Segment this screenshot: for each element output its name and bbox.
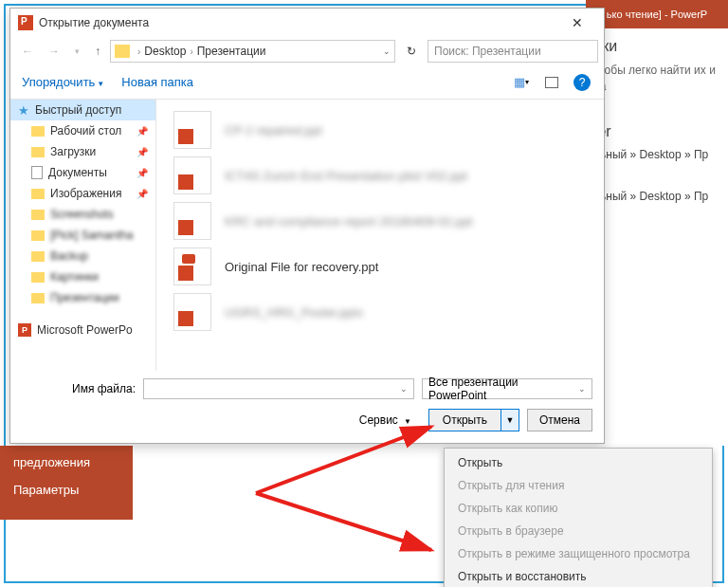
sidebar-item-label: Microsoft PowerPo (37, 323, 133, 337)
search-placeholder: Поиск: Презентации (434, 45, 541, 58)
bg-titlebar: ько чтение] - PowerP (586, 0, 728, 28)
menu-item: Открыть для чтения (445, 474, 712, 497)
powerpoint-icon: P (18, 323, 31, 337)
file-thumb-icon (173, 111, 211, 149)
organize-label: Упорядочить (22, 75, 95, 89)
chevron-down-icon[interactable]: ⌄ (400, 384, 408, 394)
open-dropdown-arrow[interactable]: ▼ (501, 410, 519, 431)
dialog-titlebar: Открытие документа ✕ (10, 9, 604, 37)
sidebar-item[interactable]: [Pick] Samantha (10, 225, 155, 246)
open-file-dialog: Открытие документа ✕ ← → ▾ ↑ › Desktop ›… (9, 8, 605, 444)
organize-button[interactable]: Упорядочить▼ (22, 75, 104, 89)
new-folder-button[interactable]: Новая папка (121, 75, 193, 89)
view-options-button[interactable]: ▦▾ (511, 72, 532, 93)
sidebar-item-label: Screenshots (50, 208, 114, 221)
search-input[interactable]: Поиск: Презентации (428, 40, 598, 63)
open-button[interactable]: Открыть (429, 410, 501, 431)
preview-pane-button[interactable] (541, 72, 562, 93)
open-options-menu: ОткрытьОткрыть для чтенияОткрыть как коп… (444, 448, 713, 587)
nav-history-icon[interactable]: ▾ (69, 46, 85, 56)
nav-forward-icon[interactable]: → (43, 45, 65, 58)
nav-sidebar: ★Быстрый доступРабочий стол📌Загрузки📌Док… (10, 100, 156, 371)
file-name: UGRS_HRG_Poster.pptx (225, 305, 363, 320)
sidebar-item-label: [Pick] Samantha (50, 229, 133, 242)
bg-nav-item[interactable]: Параметры (13, 483, 119, 497)
file-item[interactable]: ICT4S Zurich End Presentation pilot V02.… (156, 153, 604, 198)
nav-up-icon[interactable]: ↑ (89, 45, 106, 58)
tools-button[interactable]: Сервис▼ (359, 413, 411, 427)
dialog-footer: Имя файла: ⌄ Все презентации PowerPoint … (10, 371, 604, 443)
chevron-right-icon: › (186, 46, 196, 57)
cancel-button[interactable]: Отмена (527, 409, 592, 431)
bg-heading: ter (593, 123, 720, 140)
pin-icon: 📌 (136, 126, 148, 137)
sidebar-item[interactable]: Изображения📌 (10, 183, 155, 204)
sidebar-item-label: Рабочий стол (50, 124, 121, 138)
folder-icon (31, 126, 45, 137)
sidebar-item[interactable]: Картинки (10, 266, 155, 287)
breadcrumb[interactable]: › Desktop › Презентации ⌄ (110, 40, 395, 63)
sidebar-item-label: Backup (50, 249, 88, 263)
star-icon: ★ (18, 103, 29, 118)
refresh-icon[interactable]: ↻ (399, 45, 424, 58)
filename-label: Имя файла: (22, 382, 136, 395)
file-thumb-icon (173, 293, 211, 331)
sidebar-item[interactable]: ★Быстрый доступ (10, 100, 155, 120)
menu-item[interactable]: Открыть (445, 451, 712, 474)
pin-icon: 📌 (136, 189, 148, 199)
file-item[interactable]: KRC and compliance report 20180409-02.pp… (156, 198, 604, 244)
file-name: CP-2 repaired.ppt (225, 123, 322, 138)
bg-path: льный » Desktop » Пр (593, 148, 720, 161)
menu-item[interactable]: Открыть и восстановить (445, 565, 712, 587)
powerpoint-icon (18, 15, 33, 30)
folder-icon (31, 293, 45, 303)
menu-item: Открыть в режиме защищенного просмотра (445, 542, 712, 565)
help-button[interactable]: ? (572, 72, 592, 93)
sidebar-item[interactable]: PMicrosoft PowerPo (10, 320, 155, 340)
file-name: KRC and compliance report 20180409-02.pp… (225, 214, 473, 229)
sidebar-item[interactable]: Презентации (10, 287, 155, 308)
document-icon (31, 166, 43, 179)
breadcrumb-item[interactable]: Desktop (144, 45, 186, 58)
sidebar-item-label: Быстрый доступ (35, 103, 121, 117)
filetype-filter[interactable]: Все презентации PowerPoint ⌄ (422, 378, 592, 399)
folder-icon (31, 210, 45, 220)
filename-input[interactable]: ⌄ (143, 378, 414, 399)
sidebar-item[interactable]: Рабочий стол📌 (10, 120, 155, 141)
file-item[interactable]: CP-2 repaired.ppt (156, 107, 604, 153)
sidebar-item[interactable]: Документы📌 (10, 162, 155, 183)
file-item[interactable]: UGRS_HRG_Poster.pptx (156, 289, 604, 335)
sidebar-item-label: Изображения (50, 187, 121, 200)
view-icon: ▦ (514, 75, 525, 89)
filter-label: Все презентации PowerPoint (428, 376, 578, 402)
bg-path: льный » Desktop » Пр (593, 190, 720, 203)
dialog-title: Открытие документа (39, 16, 558, 29)
menu-item: Открыть как копию (445, 497, 712, 520)
nav-back-icon[interactable]: ← (16, 45, 39, 58)
bg-nav-item[interactable]: предложения (13, 455, 119, 469)
pin-icon: 📌 (136, 147, 148, 157)
folder-icon (31, 189, 45, 199)
help-icon: ? (573, 74, 591, 91)
chevron-down-icon: ⌄ (578, 384, 586, 394)
file-item[interactable]: Original File for recovery.ppt (156, 244, 604, 289)
file-thumb-icon (173, 202, 211, 240)
pane-icon (545, 77, 558, 88)
bg-desc: чтобы легко найти их и на (593, 63, 720, 95)
bg-backstage-panel: лки чтобы легко найти их и на ter льный … (586, 28, 728, 446)
file-thumb-icon (173, 156, 211, 194)
sidebar-item-label: Картинки (50, 270, 99, 284)
sidebar-item[interactable]: Backup (10, 246, 155, 266)
file-name: ICT4S Zurich End Presentation pilot V02.… (225, 169, 467, 183)
breadcrumb-item[interactable]: Презентации (197, 45, 266, 58)
chevron-down-icon: ▼ (404, 417, 411, 426)
folder-icon (31, 272, 45, 283)
chevron-down-icon[interactable]: ⌄ (383, 46, 391, 56)
open-split-button[interactable]: Открыть ▼ (428, 409, 519, 431)
pin-icon: 📌 (136, 168, 148, 178)
file-list: CP-2 repaired.pptICT4S Zurich End Presen… (156, 100, 604, 371)
chevron-down-icon: ▾ (525, 78, 529, 86)
sidebar-item[interactable]: Загрузки📌 (10, 141, 155, 162)
close-button[interactable]: ✕ (558, 15, 596, 30)
sidebar-item[interactable]: Screenshots (10, 204, 155, 225)
